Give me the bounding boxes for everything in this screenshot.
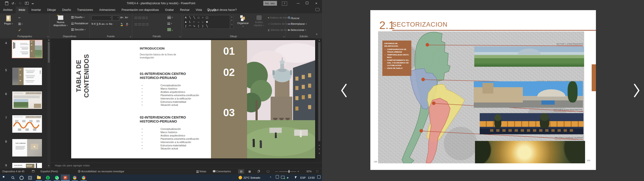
slide-thumbnail-8[interactable]: ◈ OUR COMPANY: [12, 139, 42, 156]
view-normal-icon[interactable]: ▤: [238, 169, 244, 174]
tab-archivo[interactable]: Archivo: [0, 6, 16, 14]
previous-slide-icon[interactable]: ⏶: [318, 144, 321, 146]
cut-icon[interactable]: ✂: [18, 16, 20, 19]
next-page-chevron[interactable]: [633, 83, 641, 98]
scroll-up-icon[interactable]: ▲: [48, 39, 50, 41]
editor-scrollbar[interactable]: ▲ ⏶ ⏷ ▼: [318, 39, 321, 159]
notes-toggle[interactable]: Notas: [196, 168, 206, 175]
scroll-up-icon[interactable]: ▲: [318, 39, 321, 41]
shapes-gallery[interactable]: A╲╲□○▢ ▲L⌐→↓◆ ʃ◠∿{}╲: [184, 15, 230, 29]
font-dialog-launcher-icon[interactable]: ↘: [130, 35, 131, 38]
grow-font-icon[interactable]: A˄: [120, 16, 124, 19]
tab-presentacion[interactable]: Presentación con diapositivas: [118, 6, 162, 14]
chrome-icon-1[interactable]: [71, 174, 79, 181]
slide-thumbnail-5[interactable]: 04 05 06 INDICE: [12, 68, 42, 85]
clipboard-dialog-launcher-icon[interactable]: ↘: [47, 35, 49, 38]
design-button[interactable]: Diseño ˅: [71, 16, 85, 18]
intro-heading[interactable]: INTRODUCCION: [140, 47, 164, 50]
save-icon[interactable]: [5, 2, 8, 5]
keyboard-language[interactable]: ESP: [300, 174, 306, 181]
notes-placeholder[interactable]: Haga clic para agregar notas: [55, 164, 90, 167]
paste-button[interactable]: Pegar ˅: [3, 15, 14, 26]
zoom-in-icon[interactable]: +: [298, 168, 299, 175]
ribbon-display-options-icon[interactable]: ↥: [282, 2, 287, 6]
tab-transiciones[interactable]: Transiciones: [74, 6, 96, 14]
minimize-button[interactable]: —: [294, 0, 302, 6]
language-status[interactable]: Español (Perú): [40, 168, 58, 175]
notification-center-icon[interactable]: [317, 174, 320, 181]
spellcheck-icon[interactable]: 🗔: [32, 168, 35, 175]
slide-thumbnail-9[interactable]: ROAD BRIDGES INDUSTRIAL BUILDINGS: [12, 163, 42, 168]
restore-button[interactable]: [303, 0, 311, 6]
new-slide-button[interactable]: ✳ Nueva diapositiva ˅: [52, 15, 70, 27]
slideshow-from-start-icon[interactable]: [25, 2, 28, 5]
chrome-icon-2[interactable]: [80, 174, 88, 181]
tab-insertar[interactable]: Insertar: [28, 6, 44, 14]
next-slide-icon[interactable]: ⏷: [318, 148, 321, 150]
tray-volume-icon[interactable]: 🕩: [287, 174, 288, 181]
format-painter-icon[interactable]: 🖌: [18, 28, 21, 31]
tell-me-search[interactable]: ¿Qué desea hacer?: [212, 6, 237, 14]
zoom-slider-thumb[interactable]: [288, 170, 290, 173]
tab-diseno[interactable]: Diseño: [59, 6, 74, 14]
replace-button[interactable]: ab Reemplazar ˅: [288, 22, 307, 25]
text-direction-icon[interactable]: ˅: [167, 16, 173, 19]
tray-wifi-icon[interactable]: [294, 174, 297, 181]
font-name-combobox[interactable]: ˅: [92, 16, 112, 20]
undo-icon[interactable]: ↺ ˅: [12, 2, 16, 5]
sign-in-button[interactable]: Inic. ses.: [263, 1, 277, 6]
tray-display-icon[interactable]: [281, 174, 284, 181]
section-button[interactable]: Sección ˅: [71, 28, 86, 31]
tab-inicio[interactable]: Inicio: [16, 6, 28, 14]
thumbnail-scrollbar[interactable]: ▲ ▼: [48, 38, 50, 168]
align-text-icon[interactable]: ˅: [167, 22, 172, 25]
scroll-down-icon[interactable]: ▼: [318, 152, 321, 154]
comments-toggle[interactable]: Comentarios: [213, 168, 231, 175]
slide-thumbnail-4[interactable]: 01 02 03: [12, 40, 42, 58]
fit-to-window-icon[interactable]: ⛶: [316, 168, 318, 175]
customize-qat-icon[interactable]: ▬: [32, 2, 34, 4]
cortana-icon[interactable]: [18, 174, 26, 181]
zoom-out-icon[interactable]: —: [275, 168, 278, 175]
notes-bar[interactable]: Haga clic para agregar notas: [51, 162, 322, 168]
section2-bullets[interactable]: ConceptualizaciónMarco históricoAnálisis…: [140, 128, 204, 150]
tray-device-icon[interactable]: [276, 174, 279, 181]
accessibility-status[interactable]: Accesibilidad: es necesario investigar: [78, 168, 124, 175]
slide-vertical-title[interactable]: TABLA DECONTENIDOS: [75, 50, 91, 102]
paragraph-dialog-launcher-icon[interactable]: ↘: [179, 35, 181, 38]
weather-widget[interactable]: 22°C Soleado: [238, 174, 260, 181]
convert-smartart-icon[interactable]: ˅: [167, 28, 173, 32]
section1-bullets[interactable]: ConceptualizaciónMarco históricoAnálisis…: [140, 84, 204, 107]
arrange-button[interactable]: Organizar˅: [235, 15, 251, 28]
taskbar-search-icon[interactable]: [9, 174, 17, 181]
shrink-font-icon[interactable]: A˅: [125, 16, 128, 19]
start-button[interactable]: [0, 174, 8, 181]
spotify-icon[interactable]: [44, 174, 52, 181]
section1-heading[interactable]: 01-INTERVENCION CENTROHISTORICO-PERUANO: [140, 72, 186, 80]
slide-thumbnail-6[interactable]: CENTRO HISTORICO DE AREQUIPA: [12, 92, 42, 109]
reset-button[interactable]: Restablecer: [71, 22, 88, 25]
tab-animaciones[interactable]: Animaciones: [96, 6, 118, 14]
section2-heading[interactable]: 02-INTERVENCION CENTROHISTORICO-PERUANO: [140, 116, 186, 124]
font-format-buttons[interactable]: N K S S abc AV Aa˅: [92, 22, 114, 25]
slide-canvas[interactable]: TABLA DECONTENIDOS INTRODUCCION Descripc…: [71, 40, 315, 158]
tab-revisar[interactable]: Revisar: [177, 6, 193, 14]
zoom-slider-track[interactable]: [279, 171, 296, 172]
tab-dibujar[interactable]: Dibujar: [44, 6, 59, 14]
slide-counter[interactable]: Diapositiva 4 de 45: [2, 168, 24, 175]
task-view-icon[interactable]: [26, 174, 34, 181]
find-button[interactable]: Buscar: [288, 16, 299, 20]
slide-thumbnail-7[interactable]: CENTRO HISTORICO DE AREQUIPA: [12, 115, 42, 133]
previous-page-chevron[interactable]: [340, 83, 348, 98]
copy-icon[interactable]: ˅: [18, 22, 23, 25]
scroll-down-icon[interactable]: ▼: [48, 165, 50, 167]
view-sorter-icon[interactable]: ▦: [246, 169, 253, 174]
clock[interactable]: 13:50: [308, 174, 315, 181]
font-color-icon[interactable]: A˅: [126, 22, 129, 25]
close-button[interactable]: ×: [312, 0, 320, 6]
tab-grabar[interactable]: Grabar: [162, 6, 177, 14]
highlight-color-icon[interactable]: ✎: [121, 22, 123, 26]
tray-expand-icon[interactable]: ⌃: [270, 174, 272, 181]
feedback-icon[interactable]: [316, 8, 320, 11]
tab-vista[interactable]: Vista: [192, 6, 205, 14]
